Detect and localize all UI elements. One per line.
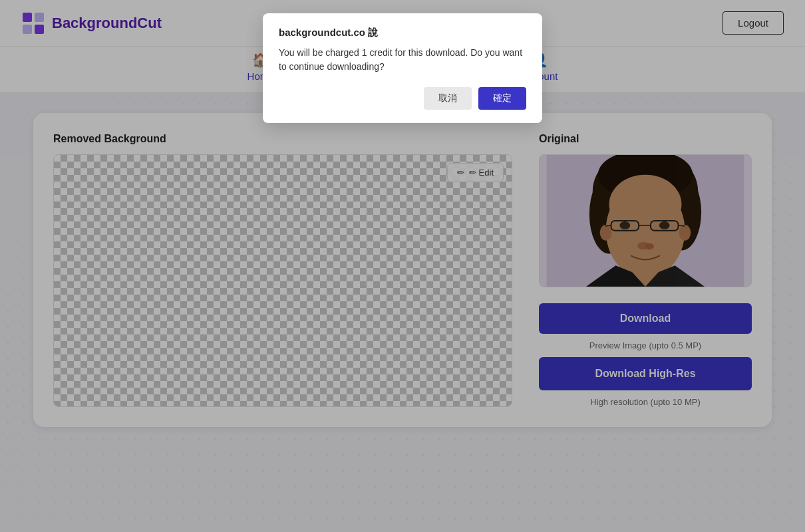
dialog-cancel-button[interactable]: 取消 bbox=[424, 87, 472, 110]
dialog-message: You will be charged 1 credit for this do… bbox=[279, 46, 526, 74]
confirm-dialog: backgroundcut.co 說 You will be charged 1… bbox=[263, 13, 542, 123]
dialog-overlay: backgroundcut.co 說 You will be charged 1… bbox=[0, 0, 805, 532]
dialog-buttons: 取消 確定 bbox=[279, 87, 526, 110]
dialog-title: backgroundcut.co 說 bbox=[279, 27, 526, 39]
dialog-confirm-button[interactable]: 確定 bbox=[478, 87, 526, 110]
